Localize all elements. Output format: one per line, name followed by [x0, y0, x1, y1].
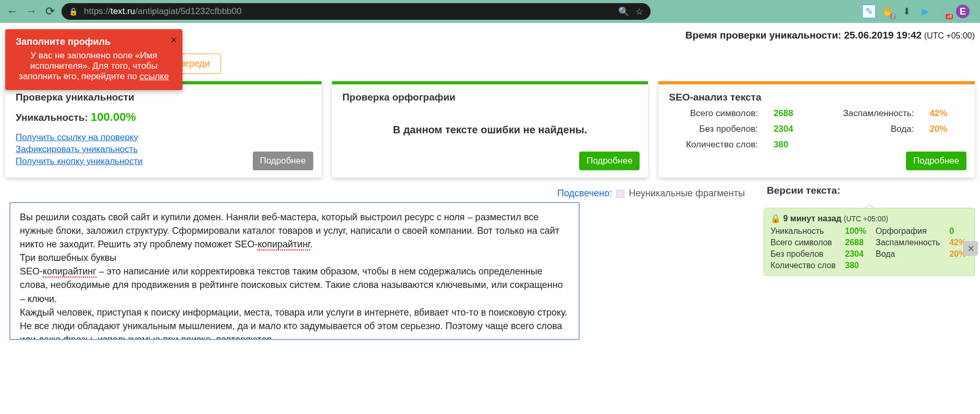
orthography-card: Проверка орфографии В данном тексте ошиб… [332, 81, 648, 178]
seo-total-chars-label: Всего символов: [669, 108, 758, 119]
seo-words-label: Количество слов: [669, 140, 758, 150]
text-editor[interactable]: Вы решили создать свой сайт и купили дом… [9, 202, 580, 340]
extension-icons: ✎ ✋2 ⬇ ▶ 🛡off E [862, 5, 975, 18]
orthography-title: Проверка орфографии [342, 92, 638, 103]
ext-shield-icon[interactable]: 🛡off [937, 5, 951, 18]
highlight-legend: Подсвечено: Неуникальные фрагменты [5, 183, 755, 202]
seo-water-value: 20% [929, 124, 964, 134]
spell-error: копирайтинг [258, 239, 310, 250]
check-timestamp: Время проверки уникальности: 25.06.2019 … [685, 30, 975, 41]
ext-adblock-icon[interactable]: ✋2 [881, 5, 895, 18]
seo-more-button[interactable]: Подробнее [906, 152, 966, 170]
version-tz: (UTC +05:00) [844, 215, 888, 223]
legend-swatch-icon [616, 190, 624, 198]
ortho-more-button[interactable]: Подробнее [579, 152, 640, 170]
nav-back-icon[interactable]: ← [5, 4, 20, 19]
uniqueness-card: Проверка уникальности Уникальность: 100.… [5, 81, 322, 178]
ver-nospace-value: 2304 [845, 249, 868, 259]
ver-spam-label: Заспамленность [876, 238, 942, 247]
uniqueness-label: Уникальность: [16, 112, 91, 123]
notice-body: У вас не заполнено поле «Имя исполнителя… [16, 51, 172, 82]
uniq-more-button[interactable]: Подробнее [253, 152, 313, 170]
orthography-message: В данном тексте ошибки не найдены. [342, 124, 638, 136]
ver-chars-label: Всего символов [770, 238, 838, 247]
seo-nospaces-value: 2304 [774, 124, 811, 134]
bookmark-star-icon[interactable]: ☆ [635, 6, 643, 17]
seo-spam-label: Заспамленность: [826, 108, 914, 119]
ver-words-value: 380 [845, 261, 868, 270]
uniqueness-title: Проверка уникальности [16, 92, 311, 103]
seo-total-chars-value: 2688 [774, 108, 811, 119]
nav-reload-icon[interactable]: ⟳ [43, 4, 57, 19]
seo-title: SEO-анализ текста [669, 92, 964, 103]
lock-icon: 🔒 [770, 214, 781, 223]
profile-notice: × Заполните профиль У вас не заполнено п… [5, 29, 182, 90]
uniq-link-get-url[interactable]: Получить ссылку на проверку [16, 132, 311, 143]
version-card[interactable]: 🔒 9 минут назад (UTC +05:00) Уникальност… [764, 208, 975, 276]
ver-chars-value: 2688 [845, 238, 868, 247]
ver-nospace-label: Без пробелов [770, 249, 838, 259]
ext-play-icon[interactable]: ▶ [918, 5, 932, 18]
notice-title: Заполните профиль [16, 36, 172, 47]
sidebar-close-icon[interactable]: ✕ [963, 241, 978, 256]
nav-forward-icon[interactable]: → [24, 4, 39, 19]
notice-close-icon[interactable]: × [170, 33, 177, 47]
ver-water-label: Вода [876, 249, 942, 259]
stat-cards: Проверка уникальности Уникальность: 100.… [5, 81, 975, 178]
seo-nospaces-label: Без пробелов: [669, 124, 758, 134]
zoom-icon[interactable]: 🔍 [618, 6, 629, 17]
ext-download-icon[interactable]: ⬇ [900, 5, 913, 18]
versions-title: Версии текста: [767, 185, 975, 196]
seo-water-label: Вода: [826, 124, 914, 134]
ext-feather-icon[interactable]: ✎ [862, 5, 876, 18]
lock-icon: 🔒 [69, 7, 78, 16]
browser-toolbar: ← → ⟳ 🔒 https://text.ru/antiplagiat/5d12… [0, 0, 980, 23]
legend-key: Подсвечено: [557, 188, 612, 199]
ver-ortho-label: Орфография [876, 227, 942, 236]
profile-avatar-icon[interactable]: E [956, 5, 970, 18]
url-bar[interactable]: 🔒 https://text.ru/antiplagiat/5d1232cfbb… [62, 3, 651, 20]
ver-uniq-label: Уникальность [770, 227, 838, 236]
ver-uniq-value: 100% [845, 227, 868, 236]
ver-words-label: Количество слов [770, 261, 838, 270]
notice-link[interactable]: ссылке [140, 71, 169, 81]
seo-words-value: 380 [774, 140, 811, 150]
versions-panel: Версии текста: ︿ 🔒 9 минут назад (UTC +0… [764, 183, 975, 340]
uniqueness-value: 100.00% [91, 110, 136, 123]
version-time: 9 минут назад [783, 214, 841, 223]
seo-card: SEO-анализ текста Всего символов: 2688 З… [658, 81, 975, 178]
versions-collapse-icon[interactable]: ︿ [764, 197, 975, 208]
legend-label: Неуникальные фрагменты [629, 188, 745, 199]
url-text: https://text.ru/antiplagiat/5d1232cfbbb0… [84, 6, 241, 17]
spell-error: копирайтинг [43, 266, 96, 278]
seo-spam-value: 42% [929, 108, 964, 119]
ver-ortho-value: 0 [949, 227, 968, 236]
